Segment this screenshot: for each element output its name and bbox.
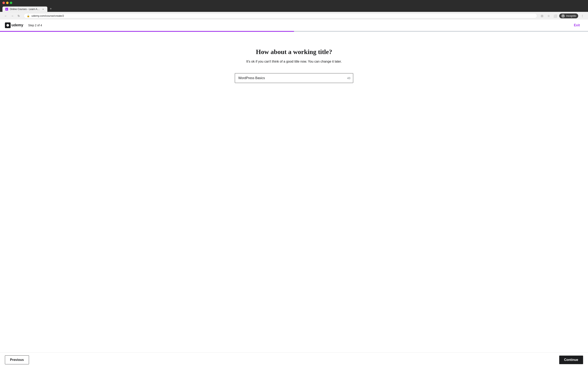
split-screen-icon[interactable]: ⬜ [553, 13, 558, 18]
browser-titlebar [0, 0, 588, 6]
reload-button[interactable]: ↻ [16, 13, 21, 18]
browser-addressbar: ← → ↻ 🔒 udemy.com/course/create/2 ⊡ ☆ ⬜ … [0, 12, 588, 20]
step-indicator: Step 2 of 4 [28, 24, 42, 27]
udemy-logo[interactable]: udemy [5, 22, 23, 28]
close-window-button[interactable] [2, 2, 5, 4]
window-controls [2, 2, 12, 4]
address-text: udemy.com/course/create/2 [31, 14, 64, 17]
tab-title: Online Courses - Learn Anythi... [10, 8, 40, 11]
tab-favicon-icon: U [5, 8, 8, 11]
minimize-window-button[interactable] [6, 2, 9, 4]
menu-icon[interactable]: ⋮ [580, 13, 585, 18]
browser-controls-right: ⊡ ☆ ⬜ Incognito ⋮ [540, 13, 585, 18]
app-footer: Previous Continue [0, 352, 588, 367]
back-button[interactable]: ← [3, 13, 8, 18]
incognito-label: Incognito [566, 15, 576, 17]
nav-buttons: ← → ↻ [3, 13, 21, 18]
bookmark-icon[interactable]: ☆ [546, 13, 551, 18]
page-heading: How about a working title? [256, 48, 332, 56]
new-tab-button[interactable]: + [48, 6, 54, 12]
app-header: udemy Step 2 of 4 Exit [0, 20, 588, 31]
main-content: How about a working title? It's ok if yo… [0, 32, 588, 367]
page-subtitle: It's ok if you can't think of a good tit… [246, 60, 342, 63]
address-bar[interactable]: 🔒 udemy.com/course/create/2 [24, 13, 537, 18]
previous-button[interactable]: Previous [5, 355, 29, 364]
tab-close-icon[interactable]: ✕ [42, 8, 44, 11]
header-right: Exit [571, 22, 583, 29]
app-container: udemy Step 2 of 4 Exit How about a worki… [0, 20, 588, 367]
browser-tabs: U Online Courses - Learn Anythi... ✕ + [0, 6, 588, 12]
continue-button[interactable]: Continue [559, 356, 583, 364]
title-input-container: 43 [235, 73, 353, 83]
char-count: 43 [347, 76, 350, 80]
active-tab[interactable]: U Online Courses - Learn Anythi... ✕ [2, 7, 47, 12]
header-left: udemy Step 2 of 4 [5, 22, 42, 28]
lock-icon: 🔒 [27, 15, 30, 17]
exit-button[interactable]: Exit [571, 22, 583, 29]
incognito-avatar-icon [561, 14, 565, 18]
udemy-logo-text: udemy [11, 23, 23, 27]
forward-button[interactable]: → [10, 13, 15, 18]
maximize-window-button[interactable] [10, 2, 12, 4]
course-title-input[interactable] [235, 73, 353, 83]
browser-chrome: U Online Courses - Learn Anythi... ✕ + ←… [0, 0, 588, 20]
incognito-button[interactable]: Incognito [559, 13, 578, 18]
cast-icon[interactable]: ⊡ [540, 13, 545, 18]
udemy-logo-icon [5, 22, 11, 28]
